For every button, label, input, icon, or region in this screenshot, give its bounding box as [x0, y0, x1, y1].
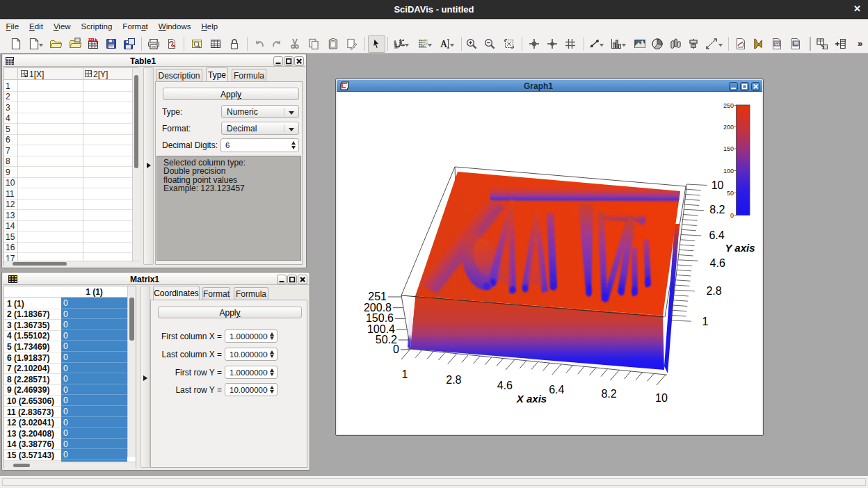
svg-text:X axis: X axis — [516, 393, 547, 405]
svg-text:1: 1 — [402, 368, 408, 380]
svg-text:8.2: 8.2 — [601, 388, 616, 400]
svg-text:123: 123 — [88, 38, 95, 42]
svg-text:0: 0 — [730, 212, 734, 219]
svg-text:1: 1 — [26, 70, 29, 74]
svg-text:250: 250 — [723, 102, 734, 109]
svg-text:Y axis: Y axis — [725, 242, 755, 254]
svg-text:6.4: 6.4 — [549, 384, 564, 396]
svg-text:6.4: 6.4 — [709, 229, 724, 241]
svg-text:2.8: 2.8 — [706, 285, 721, 297]
svg-text:100: 100 — [723, 168, 734, 174]
svg-text:0: 0 — [393, 343, 399, 355]
svg-text:A: A — [440, 39, 448, 49]
svg-text:200: 200 — [723, 124, 734, 131]
svg-text:4.6: 4.6 — [497, 380, 513, 391]
svg-text:8.2: 8.2 — [709, 204, 725, 215]
svg-text:4.6: 4.6 — [710, 257, 725, 269]
svg-text:10: 10 — [655, 392, 668, 404]
svg-text:2.8: 2.8 — [446, 374, 461, 386]
svg-text:251: 251 — [368, 291, 387, 302]
svg-text:150.6: 150.6 — [366, 312, 394, 324]
svg-text:10: 10 — [712, 179, 724, 191]
svg-text:200.8: 200.8 — [364, 302, 392, 314]
svg-text:50: 50 — [727, 190, 734, 197]
svg-text:2: 2 — [90, 70, 93, 74]
svg-text:1: 1 — [702, 316, 709, 327]
svg-text:150: 150 — [723, 145, 734, 152]
